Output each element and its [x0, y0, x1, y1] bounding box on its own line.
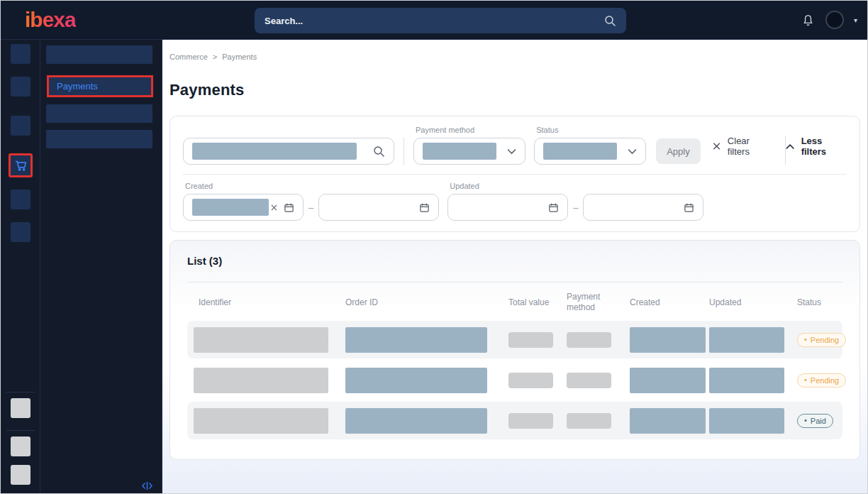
clear-filters-label: Clear filters: [728, 136, 772, 157]
sidebar-bottom-icon-placeholder[interactable]: [11, 437, 30, 456]
filters-row-divider: [183, 174, 847, 175]
status-dot-icon: •: [804, 336, 807, 344]
payments-list-panel: List (3) IdentifierOrder IDTotal valuePa…: [169, 240, 860, 460]
menu-item-payments-active[interactable]: Payments: [47, 75, 153, 97]
total-value-placeholder: [508, 373, 553, 388]
filters-panel: Payment method Status: [169, 116, 860, 232]
chevron-down-icon: [507, 148, 516, 155]
identifier-placeholder: [194, 368, 328, 393]
sidebar-icon-placeholder[interactable]: [11, 116, 30, 136]
topbar-actions: ▾: [801, 11, 867, 29]
payment-method-placeholder: [567, 373, 611, 388]
status-badge: •Pending: [797, 373, 846, 388]
identifier-placeholder: [194, 327, 328, 353]
list-divider: [187, 282, 842, 282]
shopping-cart-icon: [13, 158, 28, 172]
range-separator: –: [308, 202, 313, 213]
status-dot-icon: •: [804, 417, 807, 424]
less-filters-label: Less filters: [801, 136, 847, 157]
table-row[interactable]: •Pending: [187, 361, 842, 399]
breadcrumb-item-payments[interactable]: Payments: [222, 53, 257, 61]
sidebar-icon-placeholder[interactable]: [11, 77, 30, 97]
primary-sidebar: [1, 40, 40, 493]
calendar-icon[interactable]: [419, 202, 430, 213]
column-header: Payment method: [567, 292, 611, 313]
payment-method-placeholder: [567, 413, 611, 429]
column-header: Status: [793, 297, 842, 308]
breadcrumb-separator: >: [213, 53, 217, 61]
table-body: •Pending •Pending •Paid: [187, 321, 842, 439]
global-search-input[interactable]: Search...: [255, 8, 626, 33]
sidebar-icon-placeholder[interactable]: [11, 44, 30, 64]
identifier-placeholder: [194, 408, 328, 434]
filter-divider: [404, 138, 404, 165]
column-header: Updated: [709, 297, 793, 308]
menu-item-placeholder[interactable]: [46, 45, 152, 64]
table-row[interactable]: •Paid: [187, 402, 842, 439]
menu-item-placeholder[interactable]: [46, 104, 152, 123]
top-bar: ibexa Search... ▾: [1, 1, 867, 40]
less-filters-toggle[interactable]: Less filters: [786, 136, 847, 157]
created-placeholder: [630, 408, 706, 434]
main-content: Commerce > Payments Payments: [162, 40, 867, 493]
status-dot-icon: •: [804, 376, 807, 384]
clear-date-icon[interactable]: [270, 204, 278, 212]
select-value-placeholder: [423, 143, 496, 160]
chevron-down-icon[interactable]: ▾: [854, 16, 857, 24]
chevron-down-icon: [628, 148, 637, 155]
status-badge: •Paid: [797, 414, 833, 428]
updated-placeholder: [709, 408, 784, 434]
column-header: Order ID: [345, 297, 505, 308]
sidebar-bottom-icon-placeholder[interactable]: [11, 465, 30, 485]
chevron-up-icon: [786, 143, 794, 150]
payment-method-select[interactable]: [413, 138, 525, 165]
sidebar-icon-placeholder[interactable]: [11, 222, 30, 242]
search-icon: [373, 146, 385, 158]
calendar-icon[interactable]: [284, 202, 294, 213]
updated-to-input[interactable]: [583, 194, 703, 221]
clear-filters-button[interactable]: Clear filters: [712, 136, 772, 157]
updated-from-input[interactable]: [447, 194, 568, 221]
payment-method-placeholder: [567, 332, 611, 348]
app-window: ibexa Search... ▾: [0, 0, 868, 494]
table-row[interactable]: •Pending: [187, 321, 842, 358]
apply-button[interactable]: Apply: [656, 138, 701, 164]
close-icon: [712, 141, 721, 151]
sidebar-bottom-icon-placeholder[interactable]: [11, 398, 30, 418]
total-value-placeholder: [508, 413, 553, 429]
list-title: List (3): [187, 255, 842, 267]
column-header: Total value: [505, 297, 567, 308]
filter-search-input[interactable]: [183, 138, 394, 165]
bell-icon[interactable]: [801, 12, 816, 28]
search-icon: [604, 15, 616, 27]
created-to-input[interactable]: [318, 194, 439, 221]
sidebar-icon-placeholder[interactable]: [11, 190, 30, 209]
created-placeholder: [630, 368, 706, 393]
range-separator: –: [573, 202, 578, 213]
status-badge: •Pending: [797, 333, 846, 347]
order-id-placeholder: [345, 408, 487, 434]
updated-placeholder: [709, 368, 784, 393]
user-avatar[interactable]: [825, 11, 844, 29]
sidebar-divider: [6, 392, 35, 393]
updated-label: Updated: [450, 182, 703, 190]
calendar-icon[interactable]: [548, 202, 559, 213]
table-header-row: IdentifierOrder IDTotal valuePayment met…: [187, 292, 842, 313]
resize-icon: [141, 481, 153, 490]
calendar-icon[interactable]: [684, 202, 694, 213]
updated-placeholder: [709, 327, 784, 353]
page-title: Payments: [169, 81, 860, 99]
order-id-placeholder: [345, 327, 487, 353]
created-from-input[interactable]: [183, 194, 304, 221]
select-value-placeholder: [543, 143, 617, 160]
breadcrumb-item-commerce[interactable]: Commerce: [169, 53, 208, 61]
status-select[interactable]: [534, 138, 646, 165]
date-value-placeholder: [192, 199, 269, 216]
menu-item-placeholder[interactable]: [46, 130, 152, 148]
payment-method-label: Payment method: [416, 126, 525, 134]
created-placeholder: [630, 327, 706, 353]
sidebar-item-commerce-active[interactable]: [9, 153, 33, 177]
global-search-placeholder: Search...: [265, 16, 303, 26]
sidebar-divider: [6, 430, 35, 431]
panel-resize-handle[interactable]: [141, 481, 153, 490]
